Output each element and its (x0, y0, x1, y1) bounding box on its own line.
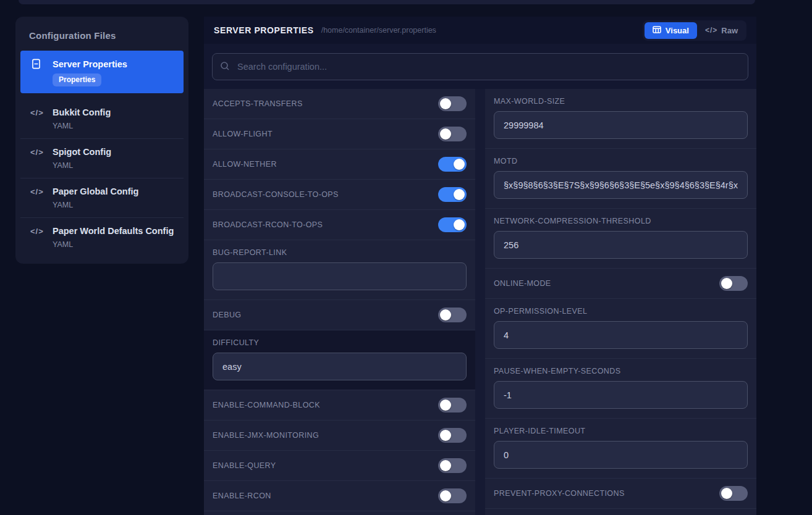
setting-row-prevent-proxy-connections: PREVENT-PROXY-CONNECTIONS (485, 479, 756, 509)
setting-input[interactable] (494, 441, 748, 469)
top-panel-edge (19, 0, 755, 4)
setting-label: MAX-WORLD-SIZE (494, 97, 748, 106)
setting-label: BROADCAST-RCON-TO-OPS (213, 220, 323, 229)
sidebar-item-bukkit-config[interactable]: </>Bukkit ConfigYAML (20, 99, 184, 138)
setting-label: ENABLE-RCON (213, 492, 271, 500)
sidebar-item-paper-world-defaults-config[interactable]: </>Paper World Defaults ConfigYAML (20, 217, 184, 257)
sidebar-item-label: Bukkit Config (53, 107, 176, 117)
settings-grid: ACCEPTS-TRANSFERSALLOW-FLIGHTALLOW-NETHE… (204, 89, 756, 515)
setting-label: ALLOW-NETHER (213, 160, 277, 169)
setting-label: ENABLE-COMMAND-BLOCK (213, 401, 320, 409)
file-type-badge: Properties (53, 73, 101, 86)
setting-toggle[interactable] (438, 308, 467, 322)
toggle-knob (454, 219, 465, 230)
setting-toggle[interactable] (438, 96, 467, 111)
toggle-knob (440, 490, 451, 501)
setting-label: BROADCAST-CONSOLE-TO-OPS (213, 190, 339, 199)
toggle-knob (440, 460, 451, 471)
setting-label: ONLINE-MODE (494, 279, 551, 288)
setting-toggle[interactable] (438, 127, 467, 141)
setting-row-enable-query: ENABLE-QUERY (204, 451, 475, 481)
config-files-sidebar: Configuration Files Server PropertiesPro… (15, 17, 188, 264)
file-text-icon (30, 58, 53, 70)
setting-toggle[interactable] (719, 276, 748, 291)
toggle-knob (454, 159, 465, 170)
raw-view-button[interactable]: </> Raw (698, 22, 745, 39)
setting-row-broadcast-rcon-to-ops: BROADCAST-RCON-TO-OPS (204, 210, 475, 240)
toggle-knob (440, 128, 451, 140)
setting-toggle[interactable] (438, 187, 467, 202)
setting-row-player-idle-timeout: PLAYER-IDLE-TIMEOUT (485, 419, 756, 479)
sidebar-item-paper-global-config[interactable]: </>Paper Global ConfigYAML (20, 178, 184, 217)
setting-label: ENABLE-JMX-MONITORING (213, 431, 319, 440)
setting-row-pvp: PVP (485, 509, 756, 515)
toggle-knob (440, 400, 451, 411)
code-icon: </> (30, 187, 53, 196)
setting-label: MOTD (494, 157, 748, 165)
setting-input[interactable] (213, 353, 467, 380)
toggle-knob (440, 98, 451, 109)
search-input[interactable] (212, 53, 748, 80)
setting-row-debug: DEBUG (204, 300, 475, 330)
setting-input[interactable] (494, 231, 748, 259)
sidebar-item-label: Server Properties (53, 59, 176, 69)
file-path: /home/container/server.properties (321, 26, 436, 35)
toggle-knob (721, 278, 732, 289)
panel-header: SERVER PROPERTIES /home/container/server… (204, 17, 756, 44)
setting-row-network-compression-threshold: NETWORK-COMPRESSION-THRESHOLD (485, 209, 756, 269)
setting-toggle[interactable] (438, 398, 467, 412)
setting-label: PREVENT-PROXY-CONNECTIONS (494, 489, 625, 498)
page-title: SERVER PROPERTIES (214, 25, 314, 35)
code-icon: </> (30, 148, 53, 157)
setting-label: ENABLE-QUERY (213, 461, 276, 470)
setting-row-enable-command-block: ENABLE-COMMAND-BLOCK (204, 390, 475, 421)
setting-label: NETWORK-COMPRESSION-THRESHOLD (494, 217, 748, 225)
server-properties-panel: SERVER PROPERTIES /home/container/server… (204, 17, 756, 515)
setting-toggle[interactable] (719, 486, 748, 501)
setting-row-bug-report-link: BUG-REPORT-LINK (204, 240, 475, 300)
setting-toggle[interactable] (438, 488, 467, 503)
sidebar-title: Configuration Files (29, 30, 184, 41)
setting-toggle[interactable] (438, 157, 467, 172)
setting-input[interactable] (494, 321, 748, 349)
visual-view-button[interactable]: Visual (645, 22, 697, 39)
setting-input[interactable] (494, 381, 748, 409)
sidebar-item-server-properties[interactable]: Server PropertiesProperties (20, 51, 184, 93)
toggle-knob (721, 488, 732, 499)
code-icon: </> (30, 227, 53, 236)
file-type-label: YAML (53, 201, 176, 209)
sidebar-item-label: Paper World Defaults Config (53, 226, 176, 236)
setting-toggle[interactable] (438, 458, 467, 473)
setting-row-accepts-transfers: ACCEPTS-TRANSFERS (204, 89, 475, 119)
settings-column-left: ACCEPTS-TRANSFERSALLOW-FLIGHTALLOW-NETHE… (204, 89, 475, 515)
search-icon (220, 61, 230, 71)
setting-row-pause-when-empty-seconds: PAUSE-WHEN-EMPTY-SECONDS (485, 359, 756, 419)
setting-row-allow-nether: ALLOW-NETHER (204, 149, 475, 180)
page-layout: Configuration Files Server PropertiesPro… (15, 17, 756, 515)
setting-row-difficulty: DIFFICULTY (204, 330, 475, 390)
setting-row-op-permission-level: OP-PERMISSION-LEVEL (485, 299, 756, 359)
view-mode-toggle: Visual </> Raw (643, 20, 746, 41)
setting-label: OP-PERMISSION-LEVEL (494, 307, 748, 316)
setting-row-motd: MOTD (485, 149, 756, 209)
file-type-label: YAML (53, 240, 176, 249)
toggle-knob (440, 430, 451, 441)
raw-button-label: Raw (721, 26, 738, 35)
sidebar-item-spigot-config[interactable]: </>Spigot ConfigYAML (20, 138, 184, 178)
setting-label: PAUSE-WHEN-EMPTY-SECONDS (494, 367, 748, 375)
file-type-label: YAML (53, 122, 176, 130)
setting-row-online-mode: ONLINE-MODE (485, 269, 756, 299)
sidebar-item-label: Paper Global Config (53, 186, 176, 196)
visual-button-label: Visual (666, 26, 689, 35)
setting-input[interactable] (494, 171, 748, 199)
sidebar-list: Server PropertiesProperties</>Bukkit Con… (20, 51, 184, 257)
setting-toggle[interactable] (438, 428, 467, 443)
setting-toggle[interactable] (438, 217, 467, 232)
setting-label: ACCEPTS-TRANSFERS (213, 99, 303, 108)
setting-input[interactable] (213, 262, 467, 290)
setting-row-max-world-size: MAX-WORLD-SIZE (485, 89, 756, 149)
sidebar-item-label: Spigot Config (53, 147, 176, 157)
setting-label: DIFFICULTY (213, 338, 467, 347)
table-icon (653, 26, 661, 35)
setting-input[interactable] (494, 111, 748, 139)
